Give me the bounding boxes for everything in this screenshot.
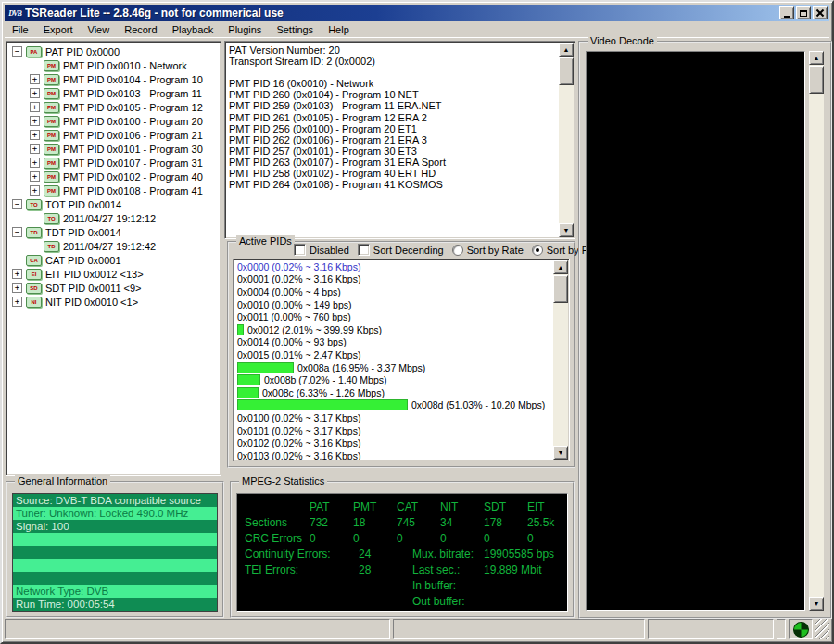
tree-collapse-icon[interactable]: −: [12, 199, 22, 209]
tree-item[interactable]: +PMPMT PID 0x0106 - Program 21: [8, 128, 221, 142]
pid-row[interactable]: 0x008b (7.02% - 1.40 Mbps): [235, 373, 552, 386]
tree-item[interactable]: −PAPAT PID 0x0000: [8, 44, 221, 58]
tree-item[interactable]: +SDSDT PID 0x0011 <9>: [8, 281, 221, 295]
tree-item[interactable]: TD2011/04/27 19:12:42: [8, 239, 221, 253]
stats-column-header: EIT: [527, 500, 568, 513]
radio-icon: [452, 245, 463, 256]
tree-collapse-icon[interactable]: −: [12, 46, 22, 57]
menu-file[interactable]: File: [5, 23, 36, 37]
active-pids-scrollbar[interactable]: ▲ ▼: [553, 260, 568, 460]
pid-row[interactable]: 0x0103 (0.02% ~ 3.16 Kbps): [235, 449, 552, 460]
menu-plugins[interactable]: Plugins: [221, 23, 269, 37]
tree-item[interactable]: +PMPMT PID 0x0107 - Program 31: [8, 156, 221, 170]
pid-row[interactable]: 0x008d (51.03% - 10.20 Mbps): [235, 399, 552, 412]
pid-row[interactable]: 0x0014 (0.00% ~ 93 bps): [235, 336, 552, 349]
menu-help[interactable]: Help: [321, 23, 357, 37]
pid-row[interactable]: 0x0101 (0.02% ~ 3.17 Kbps): [235, 424, 552, 437]
stats-extra-value: 28: [359, 563, 412, 576]
tree-item[interactable]: +EIEIT PID 0x0012 <13>: [8, 267, 221, 281]
tree-item[interactable]: +PMPMT PID 0x0108 - Program 41: [8, 183, 221, 197]
pid-row-label: 0x0000 (0.02% ~ 3.16 Kbps): [237, 261, 360, 272]
disabled-checkbox[interactable]: Disabled: [294, 244, 349, 256]
pid-row-label: 0x008c (6.33% - 1.26 Mbps): [262, 387, 385, 398]
pid-row-label: 0x0011 (0.00% ~ 760 bps): [237, 311, 351, 322]
tree-item-label: PAT PID 0x0000: [45, 46, 120, 57]
tree-item[interactable]: +PMPMT PID 0x0103 - Program 11: [8, 86, 221, 100]
sort-by-rate-radio[interactable]: Sort by Rate: [452, 245, 524, 256]
tree-expand-icon[interactable]: +: [30, 144, 40, 154]
sdt-table-icon: SD: [26, 283, 42, 294]
video-decode-scrollbar[interactable]: ▲ ▼: [809, 51, 824, 611]
pat-info-scrollbar[interactable]: ▲ ▼: [559, 43, 574, 237]
pid-row[interactable]: 0x0010 (0.00% ~ 149 bps): [235, 298, 552, 311]
scroll-up-button[interactable]: ▲: [553, 260, 568, 274]
tree-expand-icon[interactable]: +: [30, 116, 40, 126]
tree-item[interactable]: +NINIT PID 0x0010 <1>: [8, 295, 221, 309]
tree-expand-icon[interactable]: +: [12, 297, 22, 307]
sort-descending-label: Sort Decending: [373, 245, 444, 256]
menu-playback[interactable]: Playback: [165, 23, 221, 37]
tree-item-label: NIT PID 0x0010 <1>: [45, 297, 138, 308]
tree-item[interactable]: −TDTDT PID 0x0014: [8, 225, 221, 239]
tree-item[interactable]: −TOTOT PID 0x0014: [8, 197, 221, 211]
pid-row[interactable]: 0x0004 (0.00% ~ 4 bps): [235, 285, 552, 298]
pid-row[interactable]: 0x008a (16.95% - 3.37 Mbps): [235, 361, 552, 374]
tree-expand-icon[interactable]: +: [30, 171, 40, 182]
tree-item[interactable]: CACAT PID 0x0001: [8, 253, 221, 267]
pid-row[interactable]: 0x0100 (0.02% ~ 3.17 Kbps): [235, 411, 552, 424]
sort-descending-checkbox[interactable]: Sort Decending: [358, 244, 444, 256]
scroll-up-button[interactable]: ▲: [559, 43, 574, 57]
general-info-label: General Information: [15, 475, 110, 486]
scroll-down-button[interactable]: ▼: [809, 597, 824, 611]
tree-expand-icon[interactable]: +: [12, 269, 22, 279]
scroll-down-button[interactable]: ▼: [559, 223, 574, 237]
tree-item[interactable]: +PMPMT PID 0x0104 - Program 10: [8, 72, 221, 86]
pat-info-line: PAT Version Number: 20: [229, 44, 556, 56]
tree-item-label: PMT PID 0x0102 - Program 40: [63, 171, 203, 183]
minimize-button[interactable]: [779, 6, 794, 19]
tree-item-label: PMT PID 0x0106 - Program 21: [63, 130, 203, 141]
pid-tree: −PAPAT PID 0x0000PMPMT PID 0x0010 - Netw…: [6, 41, 221, 476]
pat-info-line: PMT PID 263 (0x0107) - Program 31 ERA Sp…: [229, 157, 556, 168]
resize-grip[interactable]: [815, 619, 829, 639]
scrollbar-thumb[interactable]: [553, 275, 568, 303]
pid-row[interactable]: 0x0012 (2.01% ~ 399.99 Kbps): [235, 323, 552, 336]
scrollbar-thumb[interactable]: [559, 57, 574, 85]
tree-item[interactable]: PMPMT PID 0x0010 - Network: [8, 58, 221, 72]
tree-item[interactable]: +PMPMT PID 0x0100 - Program 20: [8, 114, 221, 128]
tree-expand-icon[interactable]: +: [30, 102, 40, 112]
active-pids-group: Active PIDs Disabled Sort Decending Sort…: [227, 241, 575, 468]
close-button[interactable]: [813, 6, 828, 19]
scroll-up-button[interactable]: ▲: [809, 51, 824, 65]
stats-extra-label: In buffer:: [412, 579, 484, 592]
tree-item[interactable]: +PMPMT PID 0x0105 - Program 12: [8, 100, 221, 114]
pid-row[interactable]: 0x0001 (0.02% ~ 3.16 Kbps): [235, 273, 552, 286]
stats-extra-row: TEI Errors:28Last sec.:19.889 Mbit: [245, 562, 567, 577]
tree-expand-icon[interactable]: +: [30, 158, 40, 168]
pid-row[interactable]: 0x0000 (0.02% ~ 3.16 Kbps): [235, 260, 552, 273]
pid-row-label: 0x008b (7.02% - 1.40 Mbps): [264, 374, 387, 385]
tree-collapse-icon[interactable]: −: [12, 227, 22, 237]
tree-item[interactable]: TO2011/04/27 19:12:12: [8, 211, 221, 225]
menu-export[interactable]: Export: [36, 23, 81, 37]
menu-record[interactable]: Record: [117, 23, 164, 37]
pid-row-label: 0x0010 (0.00% ~ 149 bps): [237, 299, 351, 310]
tree-expand-icon[interactable]: +: [30, 88, 40, 98]
pid-row[interactable]: 0x0015 (0.01% ~ 2.47 Kbps): [235, 348, 552, 361]
pid-row[interactable]: 0x0102 (0.02% ~ 3.16 Kbps): [235, 436, 552, 449]
menu-view[interactable]: View: [81, 23, 118, 37]
pid-row[interactable]: 0x0011 (0.00% ~ 760 bps): [235, 310, 552, 323]
scroll-down-button[interactable]: ▼: [553, 446, 568, 460]
tree-expand-icon[interactable]: +: [30, 130, 40, 140]
scrollbar-thumb[interactable]: [809, 66, 824, 94]
menu-settings[interactable]: Settings: [269, 23, 321, 37]
pid-row-label: 0x0101 (0.02% ~ 3.17 Kbps): [237, 425, 360, 436]
stats-extra-label: TEI Errors:: [245, 563, 359, 576]
tree-expand-icon[interactable]: +: [30, 74, 40, 84]
tree-item[interactable]: +PMPMT PID 0x0101 - Program 30: [8, 142, 221, 156]
tree-item[interactable]: +PMPMT PID 0x0102 - Program 40: [8, 170, 221, 183]
tree-expand-icon[interactable]: +: [30, 185, 40, 196]
pid-row[interactable]: 0x008c (6.33% - 1.26 Mbps): [235, 386, 552, 399]
tree-expand-icon[interactable]: +: [12, 283, 22, 293]
maximize-button[interactable]: [796, 6, 811, 19]
